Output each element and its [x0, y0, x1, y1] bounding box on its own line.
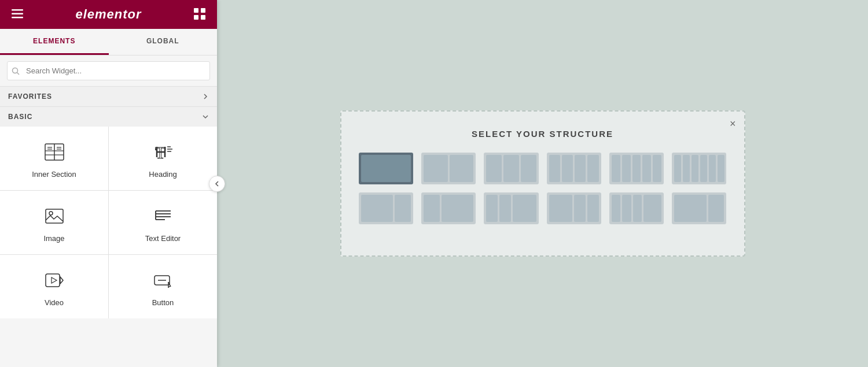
col [643, 195, 661, 222]
canvas: × SELECT YOUR STRUCTURE [217, 0, 868, 367]
favorites-label: FAVORITES [8, 92, 52, 101]
col [549, 155, 560, 182]
chevron-left-icon [214, 181, 220, 187]
dialog-title: SELECT YOUR STRUCTURE [359, 129, 727, 139]
image-label: Image [43, 234, 64, 243]
search-wrapper [0, 55, 217, 86]
inner-section-icon [43, 141, 65, 165]
grid-icon [194, 8, 205, 20]
widget-button[interactable]: Button [109, 255, 217, 318]
col [499, 195, 511, 222]
col [718, 155, 724, 182]
text-editor-icon [152, 205, 174, 229]
sidebar: elementor ELEMENTS GLOBAL FAVORITES [0, 0, 217, 367]
col [587, 195, 599, 222]
col [361, 155, 411, 182]
structure-1-1-1-2-col[interactable] [609, 192, 664, 224]
svg-point-7 [13, 68, 18, 73]
col [692, 155, 698, 182]
structure-row-2 [359, 192, 727, 224]
col [574, 195, 586, 222]
chevron-down-icon [202, 113, 209, 120]
structure-row-1 [359, 153, 727, 184]
dialog-close-button[interactable]: × [730, 118, 736, 129]
svg-point-25 [49, 212, 53, 215]
col [424, 195, 440, 222]
svg-rect-3 [194, 8, 198, 13]
structure-2-col[interactable] [421, 153, 476, 184]
col [622, 195, 631, 222]
basic-section-header[interactable]: BASIC [0, 106, 217, 127]
col [642, 155, 651, 182]
svg-marker-33 [52, 277, 57, 283]
logo: elementor [75, 7, 141, 22]
search-input[interactable] [7, 61, 210, 80]
svg-rect-1 [12, 13, 23, 14]
col [653, 155, 661, 182]
heading-label: Heading [149, 170, 176, 179]
tabs-container: ELEMENTS GLOBAL [0, 29, 217, 55]
col [486, 195, 498, 222]
col [562, 155, 573, 182]
structure-2-1-1-1-col[interactable] [672, 192, 726, 224]
col [442, 195, 474, 222]
col [587, 155, 598, 182]
svg-line-8 [17, 72, 20, 75]
tab-elements[interactable]: ELEMENTS [0, 29, 109, 55]
structure-2-1-1-col[interactable] [547, 192, 601, 224]
col [549, 195, 572, 222]
col [683, 155, 690, 182]
structure-1-2-col[interactable] [421, 192, 476, 224]
col [395, 195, 411, 222]
col [424, 155, 448, 182]
sidebar-header: elementor [0, 0, 217, 29]
inner-section-label: Inner Section [32, 170, 76, 179]
col [612, 155, 620, 182]
structure-6-col[interactable] [672, 153, 726, 184]
favorites-section-header[interactable]: FAVORITES [0, 86, 217, 106]
widget-video[interactable]: Video [0, 255, 108, 318]
col [513, 195, 536, 222]
col [700, 155, 707, 182]
col [674, 155, 681, 182]
widget-image[interactable]: Image [0, 191, 108, 254]
video-icon [43, 269, 65, 294]
widget-heading[interactable]: T Heading [109, 127, 217, 190]
col [486, 155, 502, 182]
tab-global[interactable]: GLOBAL [109, 29, 218, 55]
grid-button[interactable] [192, 6, 208, 24]
basic-label: BASIC [8, 113, 32, 121]
svg-rect-5 [194, 15, 198, 20]
col [450, 155, 474, 182]
structure-1-col[interactable] [359, 153, 413, 184]
col [632, 155, 641, 182]
col [503, 155, 519, 182]
svg-rect-31 [46, 274, 60, 287]
structure-5-col[interactable] [609, 153, 664, 184]
col [361, 195, 393, 222]
text-editor-label: Text Editor [145, 234, 181, 243]
image-icon [43, 205, 65, 229]
hamburger-button[interactable] [9, 7, 25, 23]
svg-rect-4 [201, 8, 205, 13]
button-icon [152, 269, 174, 294]
svg-rect-6 [201, 15, 205, 20]
structure-2-1-col[interactable] [359, 192, 413, 224]
video-label: Video [45, 298, 64, 307]
search-icon [12, 67, 20, 75]
col [674, 195, 707, 222]
hamburger-icon [12, 9, 23, 18]
structure-1-1-2-col[interactable] [484, 192, 538, 224]
col [521, 155, 536, 182]
structure-3-col[interactable] [484, 153, 538, 184]
svg-rect-0 [12, 9, 23, 11]
svg-rect-2 [12, 17, 23, 18]
widget-inner-section[interactable]: Inner Section [0, 127, 108, 190]
svg-marker-32 [60, 277, 63, 284]
col [575, 155, 586, 182]
structure-dialog: × SELECT YOUR STRUCTURE [340, 110, 745, 257]
structure-4-col[interactable] [547, 153, 601, 184]
col [709, 155, 716, 182]
widget-text-editor[interactable]: Text Editor [109, 191, 217, 254]
collapse-sidebar-button[interactable] [209, 176, 225, 192]
